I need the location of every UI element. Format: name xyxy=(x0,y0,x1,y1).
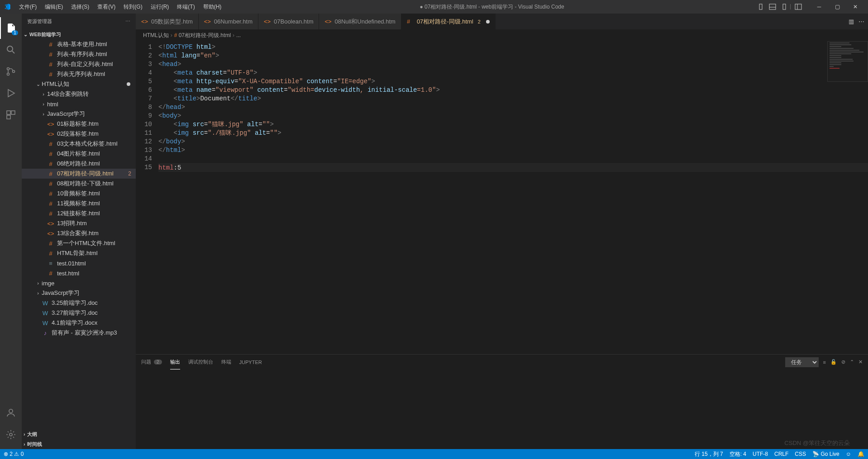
panel-tab[interactable]: JUPYTER xyxy=(239,355,262,369)
close-panel-icon[interactable]: ✕ xyxy=(858,359,863,365)
editor-tab[interactable]: <>05数据类型.htm xyxy=(136,14,199,29)
tree-item[interactable]: ›JavaScrpt学习 xyxy=(22,288,136,298)
tree-item[interactable]: #12链接标签.html xyxy=(22,208,136,218)
tree-item[interactable]: W3.25前端学习.doc xyxy=(22,298,136,308)
breadcrumb-item[interactable]: # 07相对路径-同级.html xyxy=(174,32,231,39)
svg-point-10 xyxy=(13,71,15,73)
tree-item[interactable]: ›imge xyxy=(22,278,136,288)
status-language[interactable]: CSS xyxy=(795,451,806,457)
breadcrumb-item[interactable]: ... xyxy=(236,32,241,38)
source-control-icon[interactable] xyxy=(0,61,22,82)
panel-tab[interactable]: 终端 xyxy=(221,355,231,369)
tree-item[interactable]: ⌄HTML认知 xyxy=(22,79,136,89)
editor-tabs: <>05数据类型.htm<>06Number.htm<>07Boolean.ht… xyxy=(136,14,868,29)
explorer-icon[interactable]: 1 xyxy=(0,17,22,39)
svg-rect-3 xyxy=(783,4,786,9)
bottom-panel: 问题2输出调试控制台终端JUPYTER 任务 ≡ 🔓 ⊘ ⌃ ✕ xyxy=(136,354,868,449)
menu-item[interactable]: 选择(S) xyxy=(67,1,93,13)
minimap[interactable] xyxy=(827,41,868,82)
minimize-button[interactable]: ─ xyxy=(810,0,828,14)
svg-rect-0 xyxy=(759,4,762,9)
menu-item[interactable]: 帮助(H) xyxy=(200,1,225,13)
tree-item[interactable]: ›JavaScrpt学习 xyxy=(22,109,136,119)
tree-item[interactable]: #07相对路径-同级.html2 xyxy=(22,169,136,179)
status-line-col[interactable]: 行 15，列 7 xyxy=(695,450,723,458)
editor-tab[interactable]: <>06Number.htm xyxy=(199,14,258,29)
code-content[interactable]: <!DOCTYPE html><html lang="en"><head> <m… xyxy=(158,41,868,354)
tree-item[interactable]: #列表-有序列表.html xyxy=(22,49,136,59)
more-actions-icon: ⋯ xyxy=(858,18,864,25)
timeline-section[interactable]: ›时间线 xyxy=(22,439,136,449)
tree-item[interactable]: <>13综合案例.htm xyxy=(22,228,136,238)
status-golive[interactable]: 📡 Go Live xyxy=(812,451,839,457)
breadcrumb-item[interactable]: HTML认知 xyxy=(143,32,169,39)
tree-item[interactable]: #08相对路径-下级.html xyxy=(22,179,136,189)
tree-item[interactable]: #10音频标签.html xyxy=(22,189,136,199)
tree-item[interactable]: #表格-基本使用.html xyxy=(22,39,136,49)
filter-icon[interactable]: ≡ xyxy=(823,360,826,365)
tree-item[interactable]: #test.html xyxy=(22,268,136,278)
status-eol[interactable]: CRLF xyxy=(774,451,788,457)
status-feedback-icon[interactable]: ☺ xyxy=(846,451,851,457)
status-encoding[interactable]: UTF-8 xyxy=(753,451,768,457)
editor-area: <>05数据类型.htm<>06Number.htm<>07Boolean.ht… xyxy=(136,14,868,449)
svg-point-6 xyxy=(7,46,13,52)
menu-item[interactable]: 编辑(E) xyxy=(41,1,67,13)
panel-tab[interactable]: 问题2 xyxy=(141,355,162,369)
account-icon[interactable] xyxy=(0,402,22,424)
tree-item[interactable]: #11视频标签.html xyxy=(22,199,136,208)
tree-item[interactable]: #列表无序列表.html xyxy=(22,69,136,79)
tree-item[interactable]: #第一个HTML文件.html xyxy=(22,238,136,248)
sidebar-more-icon[interactable]: ⋯ xyxy=(125,19,130,24)
tree-item[interactable]: ›14综合案例跳转 xyxy=(22,89,136,99)
editor-tab[interactable]: <>08Null和Undefined.htm xyxy=(319,14,401,29)
settings-icon[interactable] xyxy=(0,424,22,445)
tree-item[interactable]: W4.1前端学习.docx xyxy=(22,318,136,328)
tree-item[interactable]: <>02段落标签.htm xyxy=(22,129,136,139)
lock-icon[interactable]: 🔓 xyxy=(830,359,837,365)
collapse-icon[interactable]: ⌃ xyxy=(850,359,854,365)
tree-item[interactable]: <>13招聘.htm xyxy=(22,218,136,228)
tree-item[interactable]: ♪留有声 - 寂寞沙洲冷.mp3 xyxy=(22,328,136,338)
panel-tab[interactable]: 调试控制台 xyxy=(188,355,213,369)
tabs-actions[interactable]: ▥ ⋯ xyxy=(845,14,868,29)
tree-item[interactable]: #03文本格式化标签.html xyxy=(22,139,136,149)
menu-item[interactable]: 文件(F) xyxy=(15,1,40,13)
menu-item[interactable]: 查看(V) xyxy=(94,1,119,13)
tree-item[interactable]: ≡test.01html xyxy=(22,258,136,268)
tree-item[interactable]: #HTML骨架.html xyxy=(22,248,136,258)
status-errors[interactable]: ⊗ 2 ⚠ 0 xyxy=(4,451,24,457)
editor-tab[interactable]: <>07Boolean.htm xyxy=(258,14,319,29)
tree-item[interactable]: #06绝对路径.html xyxy=(22,159,136,169)
run-debug-icon[interactable] xyxy=(0,82,22,104)
svg-point-8 xyxy=(7,68,10,70)
maximize-button[interactable]: ▢ xyxy=(828,0,846,14)
tree-item[interactable]: #列表-自定义列表.html xyxy=(22,59,136,69)
svg-point-15 xyxy=(10,433,12,436)
code-editor[interactable]: 123456789101112131415 <!DOCTYPE html><ht… xyxy=(136,41,868,354)
close-button[interactable]: ✕ xyxy=(846,0,864,14)
status-bell-icon[interactable]: 🔔 xyxy=(858,451,864,457)
panel-tabs: 问题2输出调试控制台终端JUPYTER 任务 ≡ 🔓 ⊘ ⌃ ✕ xyxy=(136,355,868,369)
output-channel-select[interactable]: 任务 xyxy=(785,357,819,367)
extensions-icon[interactable] xyxy=(0,104,22,126)
svg-rect-12 xyxy=(11,111,15,114)
tree-item[interactable]: #04图片标签.html xyxy=(22,149,136,159)
status-spaces[interactable]: 空格: 4 xyxy=(730,450,746,458)
layout-controls[interactable]: | xyxy=(759,3,802,10)
breadcrumbs[interactable]: HTML认知›# 07相对路径-同级.html›... xyxy=(136,29,868,41)
menu-item[interactable]: 终端(T) xyxy=(173,1,198,13)
project-section[interactable]: ⌄WEB前端学习 xyxy=(22,29,136,39)
outline-section[interactable]: ›大纲 xyxy=(22,429,136,439)
activity-bar: 1 xyxy=(0,14,22,449)
tree-item[interactable]: ›html xyxy=(22,99,136,109)
clear-icon[interactable]: ⊘ xyxy=(841,359,845,365)
editor-tab[interactable]: #07相对路径-同级.html2 xyxy=(401,14,496,29)
menu-item[interactable]: 运行(R) xyxy=(147,1,173,13)
menu-item[interactable]: 转到(G) xyxy=(120,1,146,13)
panel-tab[interactable]: 输出 xyxy=(170,355,180,369)
titlebar: 文件(F)编辑(E)选择(S)查看(V)转到(G)运行(R)终端(T)帮助(H)… xyxy=(0,0,868,14)
tree-item[interactable]: <>01标题标签.htm xyxy=(22,119,136,129)
tree-item[interactable]: W3.27前端学习.doc xyxy=(22,308,136,318)
search-icon[interactable] xyxy=(0,39,22,61)
